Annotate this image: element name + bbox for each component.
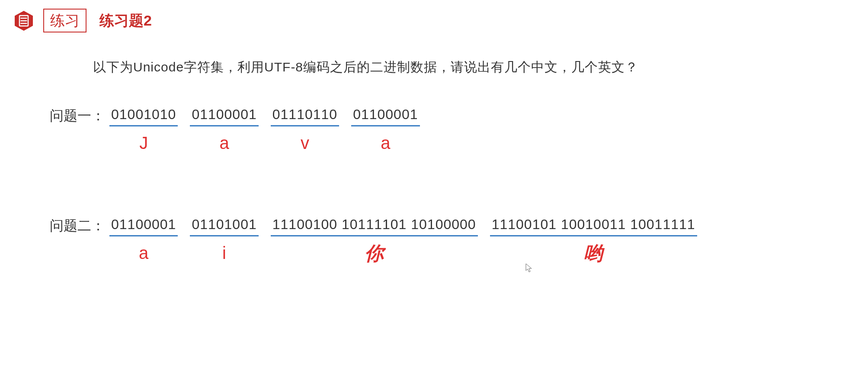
binary-group: 01001010 J (109, 107, 178, 152)
problem-1-groups: 01001010 J 01100001 a 01110110 v 0110000… (109, 107, 420, 152)
problem-2-groups: 01100001 a 01101001 i 11100100 10111101 … (109, 217, 697, 263)
exercise-badge: 练习 (43, 9, 86, 32)
binary-bytes: 11100100 10111101 10100000 (271, 217, 478, 236)
list-hexagon-icon (13, 10, 35, 32)
decoded-char: J (139, 134, 148, 152)
binary-group: 01100001 a (351, 107, 420, 152)
problem-2-label: 问题二： (50, 217, 105, 236)
binary-group: 11100101 10010011 10011111 哟 (490, 217, 697, 263)
problem-2: 问题二： 01100001 a 01101001 i 11100100 1011… (50, 217, 855, 263)
decoded-char: i (222, 244, 226, 262)
decoded-char: a (381, 134, 390, 152)
binary-bytes: 01100001 (190, 107, 258, 126)
problem-1-label: 问题一： (50, 107, 105, 126)
binary-group: 01110110 v (271, 107, 339, 152)
question-prompt: 以下为Unicode字符集，利用UTF-8编码之后的二进制数据，请说出有几个中文… (93, 58, 855, 76)
binary-bytes: 11100101 10010011 10011111 (490, 217, 697, 236)
slide-title: 练习题2 (99, 11, 152, 31)
binary-bytes: 01100001 (351, 107, 420, 126)
binary-group: 11100100 10111101 10100000 你 (271, 217, 478, 263)
decoded-char: v (301, 134, 309, 152)
binary-group: 01100001 a (190, 107, 258, 152)
slide-header: 练习 练习题2 (13, 9, 855, 32)
decoded-char: 你 (365, 244, 384, 263)
decoded-char: 哟 (584, 244, 603, 263)
decoded-char: a (139, 244, 148, 262)
binary-bytes: 01100001 (109, 217, 178, 236)
binary-bytes: 01101001 (190, 217, 258, 236)
decoded-char: a (219, 134, 229, 152)
binary-bytes: 01110110 (271, 107, 339, 126)
binary-group: 01100001 a (109, 217, 178, 263)
binary-group: 01101001 i (190, 217, 258, 263)
mouse-cursor-icon (525, 263, 533, 274)
binary-bytes: 01001010 (109, 107, 178, 126)
problem-1: 问题一： 01001010 J 01100001 a 01110110 v 01… (50, 107, 855, 152)
